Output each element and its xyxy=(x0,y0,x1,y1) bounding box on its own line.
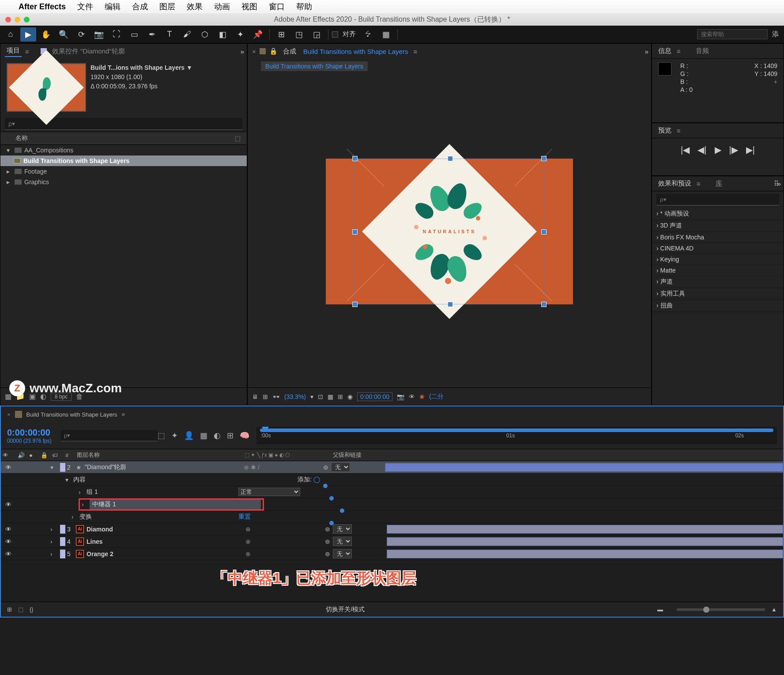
selection-handle[interactable] xyxy=(541,302,547,307)
keyframe-marker[interactable] xyxy=(340,508,344,513)
transparency-grid-icon[interactable]: ▦ xyxy=(328,393,333,400)
layer-bar[interactable] xyxy=(387,537,783,546)
motion-blur-icon[interactable]: ◐ xyxy=(214,431,221,440)
panel-overflow-icon[interactable]: » xyxy=(645,48,647,55)
prev-frame-button[interactable]: ◀| xyxy=(697,144,706,155)
lock-icon[interactable]: 🔒 xyxy=(269,47,278,55)
visibility-toggle[interactable]: 👁 xyxy=(1,538,16,545)
expand-toggle[interactable]: › xyxy=(50,538,58,545)
effects-category[interactable]: › Boris FX Mocha xyxy=(652,232,784,243)
expand-toggle[interactable]: › xyxy=(82,501,90,508)
menu-file[interactable]: 文件 xyxy=(77,1,93,12)
composition-thumbnail[interactable] xyxy=(7,63,86,112)
comp-flowchart-icon[interactable]: ⬚ xyxy=(158,431,165,440)
menu-view[interactable]: 视图 xyxy=(241,1,257,12)
layer-property-repeater1[interactable]: 👁 › 中继器 1 xyxy=(1,498,783,511)
view-axis-icon[interactable]: ◲ xyxy=(309,27,324,42)
parent-dropdown[interactable]: 无 xyxy=(333,524,352,534)
brush-tool[interactable]: 🖌 xyxy=(179,27,195,42)
menu-edit[interactable]: 编辑 xyxy=(105,1,121,12)
blend-mode-dropdown[interactable]: 正常 xyxy=(238,488,300,496)
selection-handle[interactable] xyxy=(352,229,358,235)
last-frame-button[interactable]: ▶| xyxy=(746,144,755,155)
help-search-input[interactable] xyxy=(697,29,768,39)
pickwhip-icon[interactable]: ⊚ xyxy=(325,538,330,545)
pan-behind-tool[interactable]: ⛶ xyxy=(109,27,124,42)
panel-menu-icon[interactable]: ≡ xyxy=(413,48,417,55)
current-time[interactable]: 0:00:00:00 xyxy=(357,392,392,401)
panel-menu-icon[interactable]: ≡ xyxy=(25,48,29,55)
visibility-toggle[interactable]: 👁 xyxy=(1,550,16,557)
label-color[interactable] xyxy=(60,463,65,472)
camera-tool[interactable]: 📷 xyxy=(91,27,107,42)
zoom-slider[interactable] xyxy=(677,608,765,611)
layer-row-diamond-outline[interactable]: 👁 ▾ 2 ★ "Diamond"轮廓 ⊕ ✱ / ⊚ 无 xyxy=(1,461,783,474)
selection-handle[interactable] xyxy=(541,229,547,235)
render-queue-icon[interactable]: ⬚ xyxy=(18,606,23,613)
menu-layer[interactable]: 图层 xyxy=(159,1,175,12)
flowchart-icon[interactable]: ⬚ xyxy=(235,135,241,142)
parent-dropdown[interactable]: 无 xyxy=(333,537,352,546)
menu-composition[interactable]: 合成 xyxy=(132,1,148,12)
draft3d-icon[interactable]: ✦ xyxy=(171,431,178,440)
col-parent[interactable]: 父级和链接 xyxy=(331,451,411,459)
selection-handle[interactable] xyxy=(448,302,453,307)
folder-footage[interactable]: ▸ Footage xyxy=(0,166,247,177)
resolution-icon[interactable]: ⊡ xyxy=(318,393,323,400)
panel-menu-icon[interactable]: ≡ xyxy=(122,411,125,418)
keyframe-marker[interactable] xyxy=(329,521,334,525)
project-tab[interactable]: 项目 xyxy=(5,46,22,57)
effects-category[interactable]: › Keying xyxy=(652,254,784,265)
layer-property-contents[interactable]: ▾ 内容 添加: ◯ xyxy=(1,474,783,486)
rectangle-tool[interactable]: ▭ xyxy=(126,27,142,42)
type-tool[interactable]: T xyxy=(162,27,177,42)
shy-icon[interactable]: 👤 xyxy=(184,431,194,440)
selection-handle[interactable] xyxy=(448,156,453,161)
panel-menu-icon[interactable]: ≡ xyxy=(677,47,681,55)
panel-menu-icon[interactable]: ≡ xyxy=(697,180,701,187)
expand-toggle[interactable]: › xyxy=(72,513,79,520)
effects-category[interactable]: › 3D 声道 xyxy=(652,220,784,232)
selection-handle[interactable] xyxy=(352,302,358,307)
menu-window[interactable]: 窗口 xyxy=(269,1,285,12)
effect-controls-tab[interactable]: 效果控件 "Diamond"轮廓 xyxy=(50,46,127,57)
color-mgmt-icon[interactable]: ❀ xyxy=(419,393,425,400)
visibility-toggle[interactable]: 👁 xyxy=(1,501,16,508)
pen-tool[interactable]: ✒ xyxy=(144,27,160,42)
parent-dropdown[interactable]: 无 xyxy=(333,549,352,558)
comp-name[interactable]: Build T...ions with Shape Layers ▼ xyxy=(90,63,241,72)
selection-handle[interactable] xyxy=(352,156,358,161)
snap-checkbox[interactable] xyxy=(332,31,338,38)
snap-icon[interactable]: ⭍ xyxy=(360,27,376,42)
show-snapshot-icon[interactable]: 👁 xyxy=(409,393,415,400)
menu-effect[interactable]: 效果 xyxy=(187,1,203,12)
play-button[interactable]: ▶ xyxy=(715,144,721,155)
keyframe-marker[interactable] xyxy=(329,496,334,501)
selection-tool[interactable]: ▶ xyxy=(20,27,36,42)
col-name-header[interactable]: 名称 xyxy=(15,134,28,142)
visibility-toggle[interactable]: 👁 xyxy=(1,526,16,533)
keyframe-marker[interactable] xyxy=(323,484,328,488)
expand-toggle[interactable]: › xyxy=(50,526,58,533)
work-area-bar[interactable] xyxy=(260,429,773,432)
visibility-toggle[interactable]: 👁 xyxy=(1,464,16,471)
effects-category[interactable]: › * 动画预设 xyxy=(652,208,784,220)
add-property-button[interactable]: ◯ xyxy=(313,476,320,483)
menu-help[interactable]: 帮助 xyxy=(296,1,312,12)
panel-menu-icon[interactable]: ≡ xyxy=(677,127,681,134)
toggle-modes-button[interactable]: 切换开关/模式 xyxy=(326,606,365,614)
col-layer-name[interactable]: 图层名称 xyxy=(75,451,243,459)
eraser-tool[interactable]: ◧ xyxy=(215,27,230,42)
expand-toggle[interactable]: ▾ xyxy=(65,476,73,483)
effects-tab[interactable]: 效果和预设 xyxy=(656,178,693,189)
comp-tab-name[interactable]: Build Transitions with Shape Layers xyxy=(302,47,410,56)
maximize-window-button[interactable] xyxy=(24,17,30,23)
zoom-tool[interactable]: 🔍 xyxy=(56,27,72,42)
home-button[interactable]: ⌂ xyxy=(3,27,19,42)
snapshot-icon[interactable]: 📷 xyxy=(397,393,404,400)
channels-icon[interactable]: ◉ xyxy=(347,393,353,400)
library-tab[interactable]: 库 xyxy=(714,178,724,189)
effects-category[interactable]: › 实用工具 xyxy=(652,288,784,300)
roto-tool[interactable]: ✦ xyxy=(232,27,248,42)
graph-editor-icon[interactable]: ⊞ xyxy=(227,431,234,440)
